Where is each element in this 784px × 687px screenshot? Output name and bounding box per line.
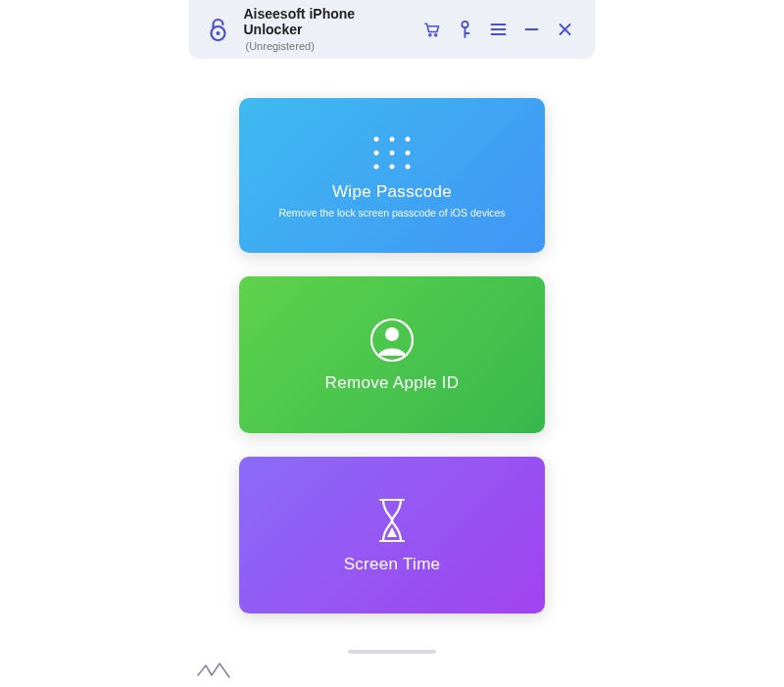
bottom-handle xyxy=(348,650,436,654)
minimize-button[interactable] xyxy=(521,19,543,40)
svg-point-20 xyxy=(390,164,395,169)
app-title: Aiseesoft iPhone Unlocker xyxy=(244,6,410,39)
key-icon[interactable] xyxy=(455,19,476,40)
main-options: Wipe Passcode Remove the lock screen pas… xyxy=(0,98,784,613)
titlebar-actions xyxy=(421,19,580,40)
wipe-passcode-title: Wipe Passcode xyxy=(332,182,452,202)
screen-time-card[interactable]: Screen Time xyxy=(239,457,545,613)
svg-point-3 xyxy=(435,34,437,36)
remove-apple-id-card[interactable]: Remove Apple ID xyxy=(239,276,545,433)
cart-icon[interactable] xyxy=(421,19,443,40)
watermark-icon xyxy=(196,660,231,679)
svg-point-16 xyxy=(374,150,379,155)
close-button[interactable] xyxy=(555,19,576,40)
wipe-passcode-desc: Remove the lock screen passcode of iOS d… xyxy=(278,207,505,219)
svg-point-1 xyxy=(217,31,220,35)
wipe-passcode-card[interactable]: Wipe Passcode Remove the lock screen pas… xyxy=(239,98,545,253)
svg-point-4 xyxy=(462,22,467,27)
title-block: Aiseesoft iPhone Unlocker (Unregistered) xyxy=(244,6,410,54)
menu-icon[interactable] xyxy=(488,19,510,40)
svg-point-17 xyxy=(390,150,395,155)
screen-time-title: Screen Time xyxy=(344,555,441,574)
svg-point-13 xyxy=(374,136,379,141)
titlebar: Aiseesoft iPhone Unlocker (Unregistered) xyxy=(189,0,596,59)
hourglass-icon xyxy=(372,496,412,545)
app-subtitle: (Unregistered) xyxy=(246,40,410,53)
unlock-logo-icon xyxy=(205,16,232,43)
svg-point-18 xyxy=(406,150,411,155)
svg-point-19 xyxy=(374,164,379,169)
remove-apple-id-title: Remove Apple ID xyxy=(325,373,460,393)
passcode-dots-icon xyxy=(365,133,419,172)
svg-point-23 xyxy=(385,327,399,341)
svg-point-2 xyxy=(429,34,431,36)
svg-point-15 xyxy=(406,136,411,141)
person-circle-icon xyxy=(368,317,416,364)
svg-point-21 xyxy=(406,164,411,169)
svg-point-14 xyxy=(390,136,395,141)
